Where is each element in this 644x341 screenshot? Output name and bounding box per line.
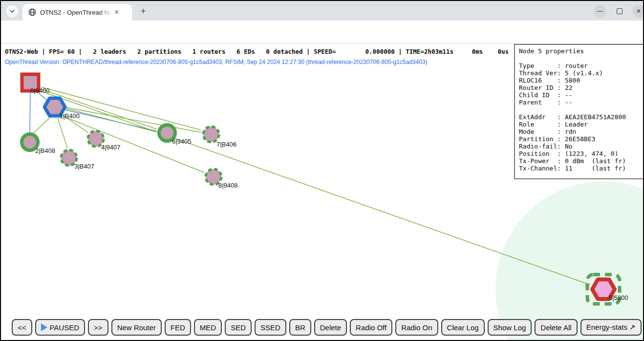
node-7[interactable]: 7|B406 bbox=[203, 127, 236, 148]
node-shape-circle bbox=[203, 127, 219, 142]
globe-favicon-icon bbox=[28, 8, 36, 16]
node-label: 0|9400 bbox=[30, 87, 50, 94]
new-tab-button[interactable]: + bbox=[137, 5, 150, 18]
link-0-5 bbox=[42, 91, 590, 285]
link-0-2 bbox=[30, 93, 30, 132]
openthread-version-line: OpenThread Version: OPENTHREAD/thread-re… bbox=[5, 59, 428, 65]
tab-close-icon[interactable]: × bbox=[114, 8, 119, 16]
delete-all-button[interactable]: Delete All bbox=[535, 319, 577, 336]
navigation-bar bbox=[1, 21, 643, 44]
speed-up-button[interactable]: >> bbox=[88, 319, 108, 336]
delete-button[interactable]: Delete bbox=[314, 319, 347, 336]
maximize-icon bbox=[617, 8, 623, 14]
node-0[interactable]: 0|9400 bbox=[22, 74, 50, 94]
energy-stats-button[interactable]: Energy-stats ↗ bbox=[580, 319, 642, 336]
node-label: 8|9408 bbox=[218, 182, 238, 189]
link-1-2 bbox=[33, 116, 51, 134]
clear-log-button[interactable]: Clear Log bbox=[441, 319, 485, 336]
tab-search-button[interactable] bbox=[6, 5, 18, 17]
panel-title: Node 5 properties bbox=[519, 47, 640, 55]
ssed-button[interactable]: SSED bbox=[255, 319, 286, 336]
node-4[interactable]: 4|9407 bbox=[88, 131, 121, 151]
radio-off-button[interactable]: Radio Off bbox=[350, 319, 392, 336]
br-button[interactable]: BR bbox=[289, 319, 311, 336]
node-label: 4|9407 bbox=[101, 144, 121, 151]
pause-label: PAUSED bbox=[50, 323, 80, 332]
node-3[interactable]: 3|B407 bbox=[61, 150, 94, 170]
node-label: 2|B408 bbox=[35, 147, 55, 154]
new-router-button[interactable]: New Router bbox=[111, 319, 162, 336]
radio-on-button[interactable]: Radio On bbox=[395, 319, 438, 336]
maximize-button[interactable] bbox=[613, 5, 626, 18]
node-label: 5|5800 bbox=[609, 294, 628, 301]
node-label: 6|9405 bbox=[172, 138, 192, 145]
node-properties-panel: Node 5 properties Type : router Thread V… bbox=[514, 44, 644, 179]
browser-window: 0|94001|B4002|B4083|B4074|94076|94057|B4… bbox=[0, 0, 644, 341]
node-8[interactable]: 8|9408 bbox=[206, 169, 238, 189]
tab-title: OTNS2 - OpenThread Ne bbox=[40, 9, 112, 16]
panel-body: Type : router Thread Ver: 5 (v1.4.x) RLO… bbox=[519, 55, 640, 172]
link-1-7 bbox=[66, 107, 201, 132]
minimize-icon bbox=[597, 11, 603, 12]
med-button[interactable]: MED bbox=[194, 319, 222, 336]
fed-button[interactable]: FED bbox=[165, 319, 191, 336]
tab-strip: OTNS2 - OpenThread Ne × + × bbox=[1, 1, 643, 21]
node-2[interactable]: 2|B408 bbox=[22, 134, 55, 155]
play-icon bbox=[41, 323, 47, 331]
show-log-button[interactable]: Show Log bbox=[488, 319, 532, 336]
node-label: 3|B407 bbox=[74, 163, 94, 170]
pause-resume-button[interactable]: PAUSED bbox=[35, 319, 86, 336]
speed-down-button[interactable]: << bbox=[12, 319, 32, 336]
sed-button[interactable]: SED bbox=[225, 319, 252, 336]
node-6[interactable]: 6|9405 bbox=[159, 125, 192, 146]
node-label: 1|B400 bbox=[60, 112, 80, 120]
link-1-3 bbox=[58, 118, 67, 148]
close-icon: × bbox=[636, 6, 641, 16]
browser-tab[interactable]: OTNS2 - OpenThread Ne × bbox=[22, 4, 132, 21]
node-label: 7|B406 bbox=[216, 141, 236, 148]
status-bar: OTNS2-Web | FPS= 60 | 2 leaders 2 partit… bbox=[5, 48, 509, 55]
minimize-button[interactable] bbox=[594, 5, 606, 18]
chevron-down-icon bbox=[9, 9, 15, 13]
radio-range-circle bbox=[495, 181, 644, 341]
simulator-toolbar: << PAUSED >> New Router FED MED SED SSED… bbox=[1, 319, 643, 336]
close-button[interactable]: × bbox=[632, 5, 644, 18]
